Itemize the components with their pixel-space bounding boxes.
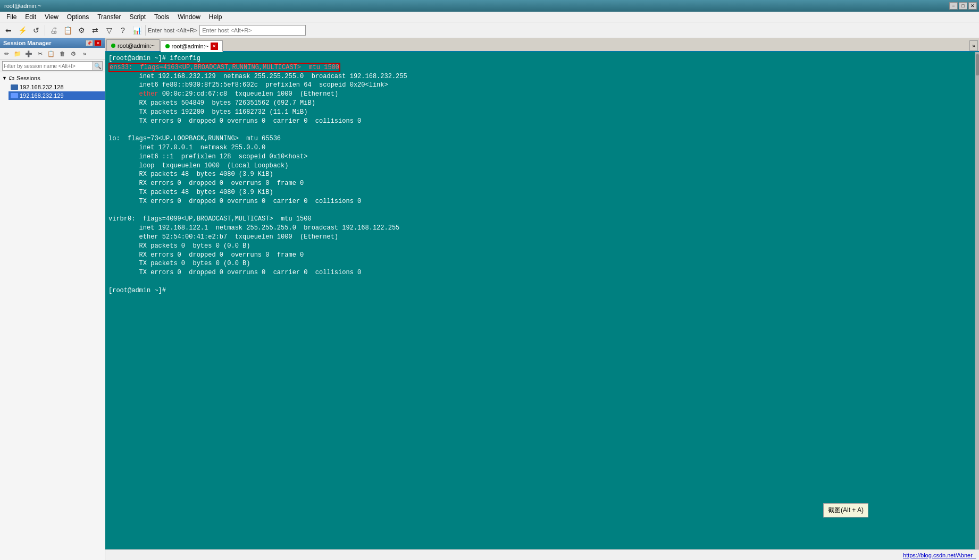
terminal-line-2: inet 192.168.232.129 netmask 255.255.255…	[108, 73, 407, 80]
menu-window[interactable]: Window	[173, 12, 205, 22]
terminal-line-0: [root@admin ~]# ifconfig	[108, 55, 200, 62]
tab-1[interactable]: root@admin:~	[106, 39, 160, 51]
toolbar-help-btn[interactable]: ?	[116, 24, 129, 37]
terminal-line-3: inet6 fe80::b930:8f25:5ef8:602c prefixle…	[108, 81, 388, 89]
tab-2-close-btn[interactable]: ✕	[211, 43, 218, 50]
terminal-line-12: RX packets 48 bytes 4080 (3.9 KiB)	[108, 171, 273, 178]
terminal-line-9: inet 127.0.0.1 netmask 255.0.0.0	[108, 144, 265, 151]
scrollbar-thumb[interactable]	[976, 54, 979, 75]
session-tree: ▼ 🗂 Sessions 192.168.232.128 192.168.232…	[0, 72, 105, 560]
toolbar-print-btn[interactable]: 🖨	[47, 24, 60, 37]
terminal-output: [root@admin ~]# ifconfig ens33: flags=41…	[108, 54, 972, 295]
session-tb-cut[interactable]: ✂	[35, 49, 45, 58]
session-tb-add[interactable]: ➕	[23, 49, 34, 58]
terminal-line-23: [root@admin ~]#	[108, 287, 166, 294]
session-tb-copy[interactable]: 📋	[46, 49, 56, 58]
tab-2[interactable]: root@admin:~ ✕	[161, 40, 223, 52]
toolbar: ⬅ ⚡ ↺ 🖨 📋 ⚙ ⇄ ▽ ? 📊 Enter host <Alt+R>	[0, 22, 979, 38]
search-icon[interactable]: 🔍	[93, 61, 103, 71]
session-panel: Session Manager 📌 ✕ ✏ 📁 ➕ ✂ 📋 🗑 ⚙ » 🔍 ▼	[0, 38, 105, 560]
terminal-line-13: RX errors 0 dropped 0 overruns 0 frame 0	[108, 180, 304, 187]
terminal-with-scrollbar: [root@admin ~]# ifconfig ens33: flags=41…	[105, 52, 979, 549]
session-panel-close-btn[interactable]: ✕	[94, 40, 102, 46]
restore-button[interactable]: □	[959, 2, 967, 10]
toolbar-settings-btn[interactable]: ⚙	[75, 24, 88, 37]
minimize-button[interactable]: −	[949, 2, 958, 10]
session-panel-pin-btn[interactable]: 📌	[86, 40, 93, 46]
toolbar-refresh-btn[interactable]: ↺	[30, 24, 43, 37]
tab-2-label: root@admin:~	[172, 43, 209, 49]
terminal-line-16: virbr0: flags=4099<UP,BROADCAST,MULTICAS…	[108, 215, 312, 223]
menu-edit[interactable]: Edit	[21, 12, 40, 22]
terminal-line-8: lo: flags=73<UP,LOOPBACK,RUNNING> mtu 65…	[108, 135, 281, 142]
terminal-line-19: RX packets 0 bytes 0 (0.0 B)	[108, 242, 250, 250]
terminal-line-20: RX errors 0 dropped 0 overruns 0 frame 0	[108, 251, 304, 259]
session-item-129[interactable]: 192.168.232.129	[9, 91, 105, 100]
sessions-sub: 192.168.232.128 192.168.232.129	[0, 83, 105, 100]
menu-options[interactable]: Options	[63, 12, 93, 22]
session-toolbar: ✏ 📁 ➕ ✂ 📋 🗑 ⚙ »	[0, 48, 105, 60]
menu-script[interactable]: Script	[125, 12, 150, 22]
menu-bar: File Edit View Options Transfer Script T…	[0, 12, 979, 22]
terminal-line-22: TX errors 0 dropped 0 overruns 0 carrier…	[108, 269, 361, 276]
terminal-container: root@admin:~ root@admin:~ ✕ » [root@admi…	[105, 38, 979, 560]
terminal-line-6: TX packets 192280 bytes 11682732 (11.1 M…	[108, 108, 307, 116]
session-tb-settings[interactable]: ⚙	[68, 49, 79, 58]
terminal-line-10: inet6 ::1 prefixlen 128 scopeid 0x10<hos…	[108, 153, 307, 160]
session-tb-folder[interactable]: 📁	[12, 49, 23, 58]
sessions-label: Sessions	[16, 75, 40, 81]
toolbar-copy-btn[interactable]: 📋	[61, 24, 74, 37]
title-bar: root@admin:~ − □ ✕	[0, 0, 979, 12]
toolbar-host-label: Enter host <Alt+R>	[148, 27, 197, 33]
session-search: 🔍	[0, 60, 105, 72]
menu-help[interactable]: Help	[205, 12, 227, 22]
tab-scroll-btn[interactable]: »	[969, 40, 978, 51]
ether-highlight: ether	[139, 90, 158, 98]
session-search-input[interactable]	[2, 61, 93, 71]
tab-bar: root@admin:~ root@admin:~ ✕ »	[105, 38, 979, 52]
terminal-area[interactable]: [root@admin ~]# ifconfig ens33: flags=41…	[105, 52, 975, 549]
terminal-line-18: ether 52:54:00:41:e2:b7 txqueuelen 1000 …	[108, 233, 338, 241]
session-tb-clear[interactable]: 🗑	[57, 49, 68, 58]
main-layout: Session Manager 📌 ✕ ✏ 📁 ➕ ✂ 📋 🗑 ⚙ » 🔍 ▼	[0, 38, 979, 560]
title-bar-buttons: − □ ✕	[949, 2, 977, 10]
session-tb-edit[interactable]: ✏	[1, 49, 12, 58]
toolbar-sep-1	[45, 25, 45, 36]
toolbar-back-btn[interactable]: ⬅	[2, 24, 15, 37]
tab-1-status-dot	[111, 44, 115, 48]
session-tb-chevron[interactable]: »	[79, 49, 90, 58]
toolbar-filter-btn[interactable]: ▽	[103, 24, 115, 37]
status-url[interactable]: https://blog.csdn.net/Abner_	[903, 552, 976, 558]
menu-transfer[interactable]: Transfer	[93, 12, 125, 22]
menu-view[interactable]: View	[40, 12, 63, 22]
toolbar-monitor-btn[interactable]: 📊	[130, 24, 143, 37]
title-bar-text: root@admin:~	[2, 3, 41, 9]
terminal-line-21: TX packets 0 bytes 0 (0.0 B)	[108, 260, 250, 267]
terminal-line-17: inet 192.168.122.1 netmask 255.255.255.0…	[108, 224, 399, 232]
terminal-scrollbar[interactable]	[975, 52, 979, 549]
terminal-line-1-highlighted: ens33: flags=4163<UP,BROADCAST,RUNNING,M…	[108, 63, 340, 72]
terminal-line-5: RX packets 504849 bytes 726351562 (692.7…	[108, 99, 315, 107]
sessions-root[interactable]: ▼ 🗂 Sessions	[0, 73, 105, 83]
terminal-line-15: TX errors 0 dropped 0 overruns 0 carrier…	[108, 198, 361, 205]
tooltip-text: 截图(Alt + A)	[828, 506, 864, 514]
terminal-line-11: loop txqueuelen 1000 (Local Loopback)	[108, 162, 288, 169]
tab-2-status-dot	[165, 44, 170, 48]
session-ip-128: 192.168.232.128	[20, 84, 64, 90]
close-button[interactable]: ✕	[968, 2, 977, 10]
sessions-folder-icon: 🗂	[9, 74, 15, 82]
toolbar-sync-btn[interactable]: ⇄	[89, 24, 102, 37]
host-icon-129	[11, 93, 18, 98]
host-input[interactable]	[199, 25, 306, 36]
terminal-line-7: TX errors 0 dropped 0 overruns 0 carrier…	[108, 117, 361, 125]
toolbar-forward-btn[interactable]: ⚡	[16, 24, 29, 37]
menu-file[interactable]: File	[2, 12, 21, 22]
terminal-line-4: ether 00:0c:29:cd:67:c8 txqueuelen 1000 …	[108, 90, 338, 98]
menu-tools[interactable]: Tools	[150, 12, 173, 22]
session-item-128[interactable]: 192.168.232.128	[9, 83, 105, 91]
terminal-line-14: TX packets 48 bytes 4080 (3.9 KiB)	[108, 189, 273, 196]
toolbar-sep-2	[145, 25, 146, 36]
session-panel-header-btns: 📌 ✕	[86, 40, 102, 46]
session-panel-header: Session Manager 📌 ✕	[0, 38, 105, 48]
tab-1-label: root@admin:~	[118, 43, 155, 49]
